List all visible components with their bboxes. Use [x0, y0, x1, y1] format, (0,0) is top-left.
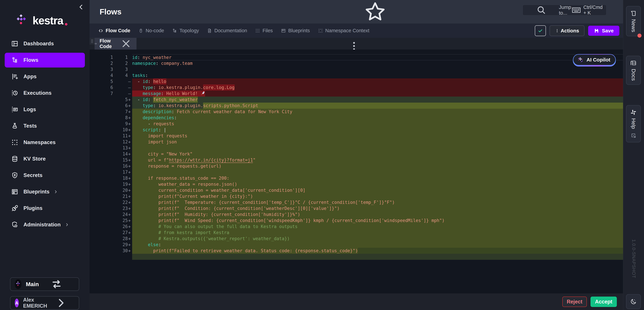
diff-marker: +: [128, 248, 132, 254]
gutter-new-line-number: 11: [113, 133, 128, 139]
gutter-new-line-number: 7: [113, 109, 128, 115]
ai-copilot-button[interactable]: AI Copilot: [573, 54, 616, 67]
gutter-new-line-number: 16: [113, 163, 128, 169]
administration-icon: [11, 221, 18, 228]
kestra-logo[interactable]: kestra: [14, 13, 68, 28]
tab-blueprints[interactable]: Blueprints: [281, 28, 310, 33]
rail-tab-news[interactable]: News: [626, 6, 641, 36]
actions-button[interactable]: Actions: [550, 25, 584, 36]
diff-marker: [128, 72, 132, 78]
diff-marker: [128, 66, 132, 72]
gutter-new-line-number: 9: [113, 121, 128, 127]
tests-icon: [11, 122, 18, 130]
sidebar-item-label: Flows: [24, 57, 38, 63]
plugins-icon: [11, 205, 18, 212]
view-tabbar: Flow CodeNo-codeTopologyDocumentationFil…: [90, 24, 623, 38]
avatar: A: [15, 298, 19, 307]
tab-namespace-context[interactable]: Namespace Context: [318, 28, 370, 33]
sidebar-item-label: Plugins: [24, 205, 42, 211]
code-line-content: print(f" Temperature: {current_condition…: [132, 199, 623, 205]
accept-button[interactable]: Accept: [590, 296, 617, 307]
code-line-content: [132, 145, 623, 151]
gutter-old-line-number: [90, 205, 113, 211]
gutter-old-line-number: [90, 175, 113, 181]
sidebar-item-administration[interactable]: Administration: [5, 217, 85, 232]
sidebar-item-plugins[interactable]: Plugins: [5, 201, 85, 216]
gutter-old-line-number: [90, 97, 113, 103]
code-line-content: else:: [132, 242, 623, 248]
tenant-switcher[interactable]: Main: [10, 277, 79, 291]
tenant-swap-icon: [39, 278, 74, 290]
code-line: 13 +: [90, 145, 623, 151]
sidebar-item-kv-store[interactable]: KV Store: [5, 151, 85, 166]
code-line-content: city = "New York": [132, 151, 623, 157]
code-editor[interactable]: 1 1 id: nyc_weather2 2 namespace: compan…: [90, 50, 623, 310]
tab-no-code[interactable]: No-code: [138, 28, 164, 33]
sidebar-item-label: Tests: [24, 123, 37, 129]
gutter-old-line-number: [90, 157, 113, 163]
tab-label: No-code: [146, 28, 164, 33]
sidebar-item-flows[interactable]: Flows: [5, 53, 85, 68]
sidebar-item-logs[interactable]: Logs: [5, 102, 85, 117]
actions-label: Actions: [561, 28, 579, 34]
diff-marker: +: [128, 145, 132, 151]
code-line-content: # Kestra.outputs({'weather_report': weat…: [132, 236, 623, 242]
rail-tab-docs[interactable]: Docs: [626, 56, 641, 85]
code-line-content: tasks:: [132, 72, 623, 78]
gutter-new-line-number: 10: [113, 127, 128, 133]
code-line-content: import requests: [132, 133, 623, 139]
code-diff: 1 1 id: nyc_weather2 2 namespace: compan…: [90, 54, 623, 260]
tab-documentation[interactable]: Documentation: [207, 28, 247, 33]
code-line-content: print(f" Humidity: {current_condition['h…: [132, 211, 623, 217]
chevron-right-icon: [54, 190, 58, 194]
moon-stars-icon: [630, 298, 637, 305]
diff-marker: +: [128, 236, 132, 242]
sidebar-item-executions[interactable]: Executions: [5, 86, 85, 100]
code-line-content: - id: hello: [132, 78, 623, 84]
save-button[interactable]: Save: [588, 26, 619, 36]
code-line: 5 + - id: fetch_nyc_weather: [90, 97, 623, 103]
tab-label: Files: [262, 28, 273, 33]
diff-marker: +: [128, 163, 132, 169]
diff-filler-row: [90, 254, 623, 260]
code-line-content: import json: [132, 139, 623, 145]
sidebar-item-tests[interactable]: Tests: [5, 118, 85, 133]
code-line: 6 + type: io.kestra.plugin.scripts.pytho…: [90, 103, 623, 109]
diff-marker: [128, 254, 132, 260]
chevron-left-icon: [78, 3, 85, 11]
sidebar-collapse-button[interactable]: [78, 3, 85, 11]
kv-store-icon: [11, 155, 18, 163]
diff-marker: +: [128, 187, 132, 193]
sidebar-item-apps[interactable]: Apps: [5, 69, 85, 84]
sidebar-item-dashboards[interactable]: Dashboards: [5, 36, 85, 51]
jump-to-search[interactable]: Jump to... Ctrl/Cmd + K: [522, 5, 606, 16]
gutter-new-line-number: 26: [113, 224, 128, 230]
reject-button[interactable]: Reject: [562, 296, 587, 307]
theme-toggle-button[interactable]: [626, 294, 641, 309]
code-line-content: print(f" Wind Speed: {current_condition[…: [132, 217, 623, 224]
page-header: Flows Jump to... Ctrl/Cmd + K: [90, 0, 623, 24]
gutter-old-line-number: [90, 230, 113, 236]
tab-topology[interactable]: Topology: [172, 28, 199, 33]
diff-marker: +: [128, 127, 132, 133]
version-label: 1.0.0-SNAPSHOT: [623, 239, 644, 278]
sidebar-item-namespaces[interactable]: Namespaces: [5, 135, 85, 150]
search-shortcut: Ctrl/Cmd + K: [571, 5, 602, 16]
sidebar-item-blueprints[interactable]: Blueprints: [5, 184, 85, 199]
tab-files[interactable]: Files: [255, 28, 273, 33]
diff-marker: +: [128, 103, 132, 109]
code-line: 1 1 id: nyc_weather: [90, 54, 623, 60]
user-menu[interactable]: A Alex EMERICH: [10, 296, 79, 310]
blueprint-card-icon: [281, 28, 286, 33]
rail-tab-help[interactable]: Help: [626, 105, 641, 142]
gutter-old-line-number: [90, 151, 113, 157]
blueprints-icon: [11, 188, 18, 196]
chevron-right-icon: [47, 296, 74, 309]
diff-marker: +: [128, 169, 132, 175]
gutter-new-line-number: 12: [113, 139, 128, 145]
validation-check-button[interactable]: [535, 25, 546, 36]
gutter-new-line-number: [113, 78, 128, 84]
diff-marker: +: [128, 157, 132, 163]
tab-flow-code[interactable]: Flow Code: [98, 28, 130, 33]
sidebar-item-secrets[interactable]: Secrets: [5, 168, 85, 183]
